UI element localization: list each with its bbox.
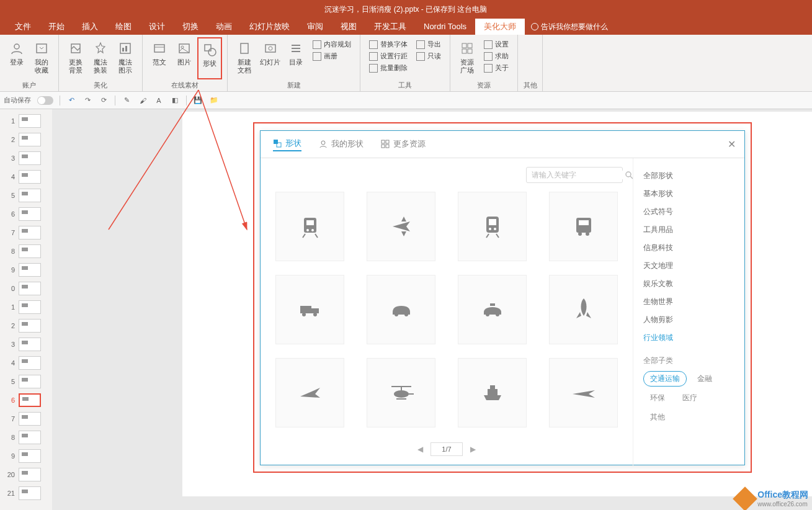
tab-slideshow[interactable]: 幻灯片放映 [241, 19, 298, 35]
tab-transition[interactable]: 切换 [174, 19, 207, 35]
category-8[interactable]: 人物剪影 [643, 311, 734, 329]
slide-button[interactable]: 幻灯片 [257, 37, 283, 79]
settings-button[interactable]: 设置 [484, 40, 509, 49]
undo-icon[interactable]: ↶ [66, 96, 76, 105]
category-6[interactable]: 娱乐文教 [643, 275, 734, 293]
tab-animation[interactable]: 动画 [207, 19, 241, 35]
magic-swap-button[interactable]: 魔法 换装 [89, 37, 112, 79]
tab-draw[interactable]: 绘图 [107, 19, 140, 35]
thumbnail-16[interactable]: 6 [0, 391, 52, 409]
export-button[interactable]: 导出 [416, 40, 441, 49]
panel-tab-shapes[interactable]: 形状 [273, 138, 301, 151]
shape-card-plane2[interactable] [275, 358, 344, 427]
category-2[interactable]: 公式符号 [643, 203, 734, 221]
replace-font-button[interactable]: 替换字体 [369, 40, 408, 49]
toc-button[interactable]: 目录 [284, 37, 308, 79]
category-7[interactable]: 生物世界 [643, 293, 734, 311]
category-3[interactable]: 工具用品 [643, 221, 734, 239]
subcat-3[interactable]: 医疗 [676, 390, 704, 406]
thumbnail-14[interactable]: 4 [0, 354, 52, 372]
search-input[interactable] [526, 167, 623, 183]
about-button[interactable]: 关于 [484, 63, 509, 73]
tell-me-search[interactable]: 告诉我你想要做什么 [531, 22, 608, 32]
batch-delete-button[interactable]: 批量删除 [369, 63, 408, 73]
thumbnail-17[interactable]: 7 [0, 409, 52, 428]
subcat-4[interactable]: 其他 [643, 409, 672, 425]
shape-card-truck[interactable] [275, 275, 344, 344]
thumbnail-6[interactable]: 6 [0, 205, 52, 223]
save-icon[interactable]: 💾 [193, 96, 203, 105]
shape-card-police-car[interactable] [458, 275, 527, 344]
tab-view[interactable]: 视图 [332, 19, 365, 35]
change-bg-button[interactable]: 更换 背景 [64, 37, 87, 79]
shape-card-helicopter[interactable] [367, 358, 435, 427]
thumbnail-15[interactable]: 5 [0, 372, 52, 391]
thumbnail-21[interactable]: 21 [0, 484, 52, 503]
shape-card-jet[interactable] [549, 358, 618, 427]
tab-home[interactable]: 开始 [40, 19, 73, 35]
shape-card-rocket[interactable] [549, 275, 618, 344]
favorites-button[interactable]: 我的 收藏 [30, 37, 53, 79]
magic-chart-button[interactable]: 魔法 图示 [114, 37, 137, 79]
shape-card-bus[interactable] [549, 192, 618, 261]
content-plan-button[interactable]: 内容规划 [313, 40, 351, 49]
subcat-0[interactable]: 交通运输 [643, 371, 687, 387]
thumbnail-12[interactable]: 2 [0, 316, 52, 335]
thumbnail-2[interactable]: 2 [0, 130, 52, 149]
subcat-2[interactable]: 环保 [643, 390, 672, 406]
category-4[interactable]: 信息科技 [643, 239, 734, 257]
help-button[interactable]: 求助 [484, 51, 509, 61]
album-button[interactable]: 画册 [313, 51, 351, 61]
repeat-icon[interactable]: ⟳ [99, 96, 109, 105]
tab-file[interactable]: 文件 [6, 19, 40, 35]
autosave-toggle[interactable] [37, 96, 53, 105]
tab-review[interactable]: 审阅 [298, 19, 332, 35]
paint-icon[interactable]: 🖌 [138, 96, 148, 105]
folder-icon[interactable]: 📁 [209, 96, 219, 105]
category-1[interactable]: 基本形状 [643, 185, 734, 203]
shape-card-metro[interactable] [458, 192, 527, 261]
font-color-icon[interactable]: A [154, 96, 164, 105]
thumbnail-1[interactable]: 1 [0, 112, 52, 130]
template-button[interactable]: 范文 [148, 37, 171, 79]
tab-design[interactable]: 设计 [140, 19, 174, 35]
thumbnail-8[interactable]: 8 [0, 242, 52, 261]
thumbnail-11[interactable]: 1 [0, 298, 52, 316]
thumbnail-18[interactable]: 8 [0, 428, 52, 447]
thumbnail-19[interactable]: 9 [0, 447, 52, 465]
picture-button[interactable]: 图片 [172, 37, 196, 79]
subcat-1[interactable]: 金融 [690, 371, 719, 387]
pager-prev[interactable]: ◀ [415, 445, 426, 454]
line-spacing-button[interactable]: 设置行距 [369, 51, 408, 61]
thumbnail-7[interactable]: 7 [0, 223, 52, 242]
thumbnail-10[interactable]: 0 [0, 279, 52, 298]
panel-tab-more[interactable]: 更多资源 [381, 138, 426, 151]
thumbnail-9[interactable]: 9 [0, 261, 52, 279]
tab-beautify[interactable]: 美化大师 [475, 19, 525, 35]
panel-tab-myshapes[interactable]: 我的形状 [319, 138, 364, 151]
thumbnail-4[interactable]: 4 [0, 168, 52, 186]
shape-card-car[interactable] [367, 275, 435, 344]
thumbnail-3[interactable]: 3 [0, 149, 52, 168]
redo-icon[interactable]: ↷ [83, 96, 92, 105]
new-doc-button[interactable]: 新建 文档 [233, 37, 256, 79]
category-9[interactable]: 行业领域 [643, 329, 734, 347]
tab-nordri[interactable]: Nordri Tools [415, 19, 475, 35]
pager-next[interactable]: ▶ [468, 445, 478, 454]
shape-card-train[interactable] [275, 192, 344, 261]
shape-card-plane[interactable] [367, 192, 435, 261]
format-icon[interactable]: ✎ [122, 96, 132, 105]
thumbnail-20[interactable]: 20 [0, 465, 52, 484]
category-0[interactable]: 全部形状 [643, 167, 734, 185]
shape-card-ship[interactable] [458, 358, 527, 427]
readonly-button[interactable]: 只读 [416, 51, 441, 61]
tab-developer[interactable]: 开发工具 [365, 19, 415, 35]
login-button[interactable]: 登录 [5, 37, 29, 79]
resource-plaza-button[interactable]: 资源 广场 [455, 37, 479, 79]
thumbnail-5[interactable]: 5 [0, 186, 52, 205]
thumbnail-13[interactable]: 3 [0, 335, 52, 354]
category-5[interactable]: 天文地理 [643, 257, 734, 275]
fill-color-icon[interactable]: ◧ [170, 96, 180, 105]
close-icon[interactable]: ✕ [728, 138, 736, 150]
tab-insert[interactable]: 插入 [73, 19, 107, 35]
